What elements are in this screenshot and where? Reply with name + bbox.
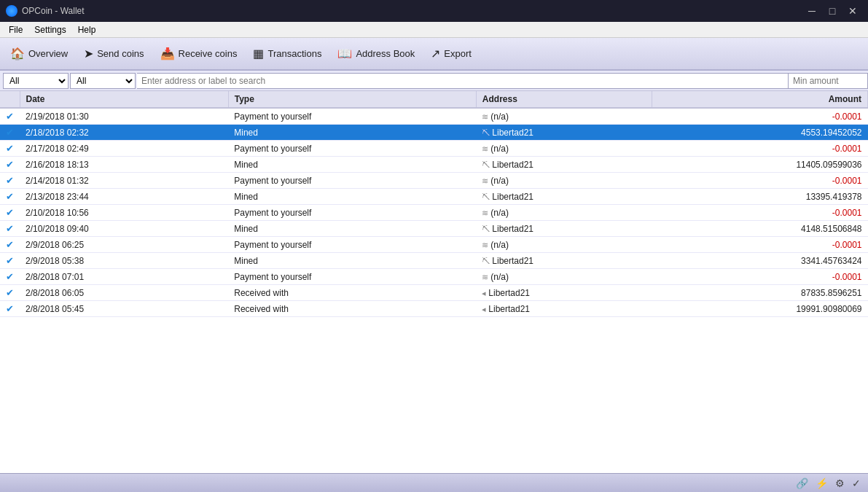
row-type: Mined: [228, 125, 476, 141]
status-icon-lightning: ⚡: [816, 477, 828, 489]
table-row[interactable]: ✔ 2/17/2018 02:49 Payment to yourself ≋(…: [0, 141, 868, 157]
mined-icon: ⛏: [482, 257, 490, 265]
check-icon: ✔: [6, 287, 14, 298]
table-row[interactable]: ✔ 2/10/2018 09:40 Mined ⛏Libertad21 4148…: [0, 221, 868, 237]
table-row[interactable]: ✔ 2/10/2018 10:56 Payment to yourself ≋(…: [0, 205, 868, 221]
row-amount: 4148.51506848: [652, 221, 868, 237]
row-address: ≋(n/a): [476, 269, 652, 285]
mined-icon: ⛏: [482, 224, 490, 233]
status-bar: 🔗 ⚡ ⚙ ✓: [0, 473, 868, 492]
status-icon-link: 🔗: [796, 477, 808, 489]
table-row[interactable]: ✔ 2/9/2018 05:38 Mined ⛏Libertad21 3341.…: [0, 253, 868, 269]
row-amount: -0.0001: [652, 237, 868, 253]
min-amount-input[interactable]: [788, 73, 868, 89]
overview-icon: 🏠: [10, 47, 25, 60]
address-book-icon: 📖: [337, 47, 352, 60]
row-check: ✔: [0, 173, 20, 189]
row-amount: -0.0001: [652, 141, 868, 157]
status-filter-select[interactable]: All Confirmed Unconfirmed: [70, 73, 136, 89]
search-input[interactable]: [137, 73, 788, 89]
row-type: Mined: [228, 157, 476, 173]
row-type: Payment to yourself: [228, 108, 476, 125]
table-row[interactable]: ✔ 2/19/2018 01:30 Payment to yourself ≋(…: [0, 108, 868, 125]
row-check: ✔: [0, 253, 20, 269]
row-check: ✔: [0, 237, 20, 253]
row-date: 2/19/2018 01:30: [20, 108, 228, 125]
row-check: ✔: [0, 141, 20, 157]
row-amount: 3341.45763424: [652, 253, 868, 269]
row-amount: -0.0001: [652, 108, 868, 125]
row-address: ⛏Libertad21: [476, 221, 652, 237]
row-address: ≋(n/a): [476, 173, 652, 189]
check-icon: ✔: [6, 255, 14, 266]
nav-receive-coins[interactable]: 📥 Receive coins: [153, 41, 245, 67]
header-date[interactable]: Date: [20, 91, 228, 108]
send-coins-icon: ➤: [84, 47, 93, 60]
payment-icon: ≋: [482, 176, 488, 185]
check-icon: ✔: [6, 127, 14, 138]
row-address: ⛏Libertad21: [476, 189, 652, 205]
row-date: 2/18/2018 02:32: [20, 125, 228, 141]
header-check: [0, 91, 20, 108]
table-row[interactable]: ✔ 2/13/2018 23:44 Mined ⛏Libertad21 1339…: [0, 189, 868, 205]
menu-help[interactable]: Help: [72, 23, 102, 36]
row-date: 2/8/2018 06:05: [20, 285, 228, 301]
row-check: ✔: [0, 157, 20, 173]
row-date: 2/8/2018 05:45: [20, 301, 228, 317]
table-row[interactable]: ✔ 2/14/2018 01:32 Payment to yourself ≋(…: [0, 173, 868, 189]
header-amount[interactable]: Amount: [652, 91, 868, 108]
payment-icon: ≋: [482, 112, 488, 121]
mined-icon: ⛏: [482, 160, 490, 169]
check-icon: ✔: [6, 271, 14, 282]
maximize-button[interactable]: □: [823, 4, 842, 18]
nav-export[interactable]: ↗ Export: [423, 41, 479, 67]
check-icon: ✔: [6, 303, 14, 314]
row-check: ✔: [0, 108, 20, 125]
row-check: ✔: [0, 269, 20, 285]
row-date: 2/8/2018 07:01: [20, 269, 228, 285]
menu-settings[interactable]: Settings: [28, 23, 71, 36]
nav-overview[interactable]: 🏠 Overview: [3, 41, 75, 67]
mined-icon: ⛏: [482, 128, 490, 137]
transactions-table: Date Type Address Amount ✔ 2/19/2018 01:…: [0, 91, 868, 317]
transactions-label: Transactions: [267, 48, 321, 59]
minimize-button[interactable]: ─: [802, 4, 821, 18]
row-check: ✔: [0, 285, 20, 301]
send-coins-label: Send coins: [97, 48, 144, 59]
app-icon: [6, 5, 17, 17]
table-row[interactable]: ✔ 2/8/2018 07:01 Payment to yourself ≋(n…: [0, 269, 868, 285]
table-row[interactable]: ✔ 2/16/2018 18:13 Mined ⛏Libertad21 1140…: [0, 157, 868, 173]
row-type: Received with: [228, 285, 476, 301]
menu-file[interactable]: File: [3, 23, 28, 36]
row-type: Payment to yourself: [228, 237, 476, 253]
row-address: ⛏Libertad21: [476, 125, 652, 141]
header-address[interactable]: Address: [476, 91, 652, 108]
transactions-icon: ▦: [253, 47, 264, 60]
table-row[interactable]: ✔ 2/18/2018 02:32 Mined ⛏Libertad21 4553…: [0, 125, 868, 141]
check-icon: ✔: [6, 175, 14, 186]
row-address: ≋(n/a): [476, 108, 652, 125]
row-address: ◂Libertad21: [476, 301, 652, 317]
payment-icon: ≋: [482, 144, 488, 153]
nav-transactions[interactable]: ▦ Transactions: [246, 41, 329, 67]
row-address: ≋(n/a): [476, 237, 652, 253]
table-row[interactable]: ✔ 2/8/2018 05:45 Received with ◂Libertad…: [0, 301, 868, 317]
row-type: Mined: [228, 253, 476, 269]
nav-send-coins[interactable]: ➤ Send coins: [77, 41, 151, 67]
receive-coins-icon: 📥: [160, 47, 175, 60]
type-filter-select[interactable]: All Mined Payment to yourself Received w…: [3, 73, 69, 89]
close-button[interactable]: ✕: [843, 4, 862, 18]
row-address: ⛏Libertad21: [476, 157, 652, 173]
header-type[interactable]: Type: [228, 91, 476, 108]
receive-icon: ◂: [482, 289, 486, 297]
overview-label: Overview: [28, 48, 68, 59]
table-row[interactable]: ✔ 2/8/2018 06:05 Received with ◂Libertad…: [0, 285, 868, 301]
row-date: 2/9/2018 05:38: [20, 253, 228, 269]
row-address: ◂Libertad21: [476, 285, 652, 301]
row-date: 2/9/2018 06:25: [20, 237, 228, 253]
payment-icon: ≋: [482, 273, 488, 281]
row-amount: 11405.09599036: [652, 157, 868, 173]
nav-address-book[interactable]: 📖 Address Book: [330, 41, 422, 67]
row-type: Payment to yourself: [228, 141, 476, 157]
table-row[interactable]: ✔ 2/9/2018 06:25 Payment to yourself ≋(n…: [0, 237, 868, 253]
